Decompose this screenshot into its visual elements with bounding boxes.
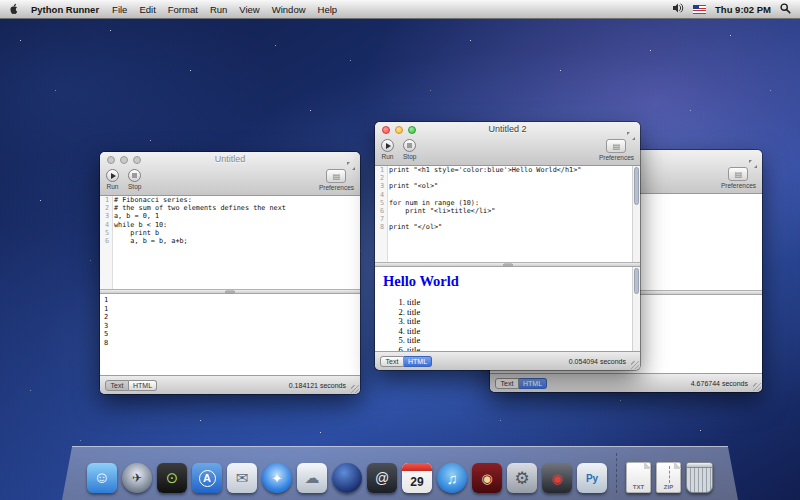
view-mode-segmented: Text HTML: [105, 380, 157, 391]
menu-window[interactable]: Window: [272, 4, 306, 15]
play-icon: [386, 143, 391, 149]
list-item: title: [407, 336, 632, 346]
list-item: title: [407, 327, 632, 337]
text-view-button[interactable]: Text: [380, 356, 404, 367]
list-item: title: [407, 317, 632, 327]
output-line: 1: [104, 305, 360, 314]
code-scrollbar[interactable]: [632, 166, 640, 262]
window-title: Untitled 2: [375, 124, 640, 134]
text-view-button[interactable]: Text: [105, 380, 129, 391]
output-scrollbar[interactable]: [632, 267, 640, 351]
window-title: Untitled: [100, 154, 360, 164]
photo-booth-icon[interactable]: ◉: [472, 463, 502, 493]
dvd-player-icon[interactable]: ◉: [542, 463, 572, 493]
finder-icon[interactable]: ☺: [87, 463, 117, 493]
view-mode-segmented: Text HTML: [495, 378, 547, 389]
menu-edit[interactable]: Edit: [139, 4, 155, 15]
output-line: 2: [104, 313, 360, 322]
menu-file[interactable]: File: [112, 4, 127, 15]
output-line: 5: [104, 330, 360, 339]
hello-world-heading: Hello World: [383, 273, 632, 290]
preferences-icon: ▤: [333, 172, 341, 181]
menu-bar-clock[interactable]: Thu 9:02 PM: [715, 4, 771, 15]
splitter-knob: [503, 263, 513, 266]
status-bar: Text HTML 4.676744 seconds: [490, 373, 762, 392]
preferences-icon: ▤: [613, 142, 621, 151]
globe-app-icon[interactable]: [332, 463, 362, 493]
toolbar: Run Stop ▤ Preferences: [100, 167, 360, 195]
safari-icon[interactable]: ✦: [262, 463, 292, 493]
trash-icon[interactable]: [686, 462, 713, 493]
stop-button[interactable]: Stop: [128, 169, 141, 190]
fullscreen-icon[interactable]: [347, 156, 355, 164]
menu-view[interactable]: View: [239, 4, 259, 15]
zip-file-icon[interactable]: ZIP: [656, 462, 681, 493]
execution-time: 0.054094 seconds: [569, 358, 635, 365]
output-pane: 1 1 2 3 5 8: [100, 294, 360, 375]
output-line: 1: [104, 296, 360, 305]
apple-menu-icon[interactable]: [9, 3, 20, 16]
dock: ☺ ✈ ⊙ A ✉ ✦ ☁ @ 29 ♫ ◉ ⚙ ◉ Py TXT ZIP: [62, 446, 738, 500]
txt-file-icon[interactable]: TXT: [626, 462, 651, 493]
spotlight-icon[interactable]: [780, 3, 791, 16]
output-line: 8: [104, 339, 360, 348]
run-button[interactable]: Run: [381, 139, 394, 160]
splitter-knob: [225, 290, 235, 293]
mail-icon[interactable]: ✉: [227, 463, 257, 493]
html-view-button[interactable]: HTML: [129, 380, 157, 391]
resize-grip[interactable]: [351, 385, 359, 393]
titlebar[interactable]: Untitled 2 Run Stop ▤ Preferences: [375, 122, 640, 166]
resize-grip[interactable]: [631, 361, 639, 369]
code-editor[interactable]: 1# Fibonacci series: 2# the sum of two e…: [100, 196, 360, 289]
app-menu-title[interactable]: Python Runner: [31, 4, 99, 15]
status-bar: Text HTML 0.054094 seconds: [375, 351, 640, 370]
html-output: Hello World title title title title titl…: [375, 267, 640, 351]
dock-separator: [616, 453, 617, 493]
fullscreen-icon[interactable]: [627, 126, 635, 134]
calendar-icon[interactable]: 29: [402, 463, 432, 493]
resize-grip[interactable]: [753, 383, 761, 391]
view-mode-segmented: Text HTML: [380, 356, 432, 367]
html-view-button[interactable]: HTML: [404, 356, 432, 367]
code-editor[interactable]: 1print "<h1 style='color:blue'>Hello Wor…: [375, 166, 640, 262]
output-pane: Hello World title title title title titl…: [375, 267, 640, 351]
scrollbar-thumb[interactable]: [634, 167, 639, 205]
list-item: title: [407, 308, 632, 318]
toolbar: Run Stop ▤ Preferences: [375, 137, 640, 165]
menu-bar: Python Runner File Edit Format Run View …: [0, 0, 800, 19]
fullscreen-icon[interactable]: [749, 154, 757, 162]
stop-icon: [132, 173, 137, 178]
stop-button[interactable]: Stop: [403, 139, 416, 160]
itunes-icon[interactable]: ♫: [437, 463, 467, 493]
python-runner-icon[interactable]: Py: [577, 463, 607, 493]
output-line: 3: [104, 322, 360, 331]
preferences-button[interactable]: ▤ Preferences: [319, 169, 354, 191]
stop-icon: [407, 143, 412, 148]
text-output: 1 1 2 3 5 8: [100, 294, 360, 348]
dashboard-icon[interactable]: ⊙: [157, 463, 187, 493]
window-untitled-2[interactable]: Untitled 2 Run Stop ▤ Preferences 1print…: [375, 122, 640, 370]
titlebar[interactable]: Untitled Run Stop ▤ Preferences: [100, 152, 360, 196]
play-icon: [111, 173, 116, 179]
run-button[interactable]: Run: [106, 169, 119, 190]
system-preferences-icon[interactable]: ⚙: [507, 463, 537, 493]
menu-format[interactable]: Format: [168, 4, 198, 15]
preferences-button[interactable]: ▤ Preferences: [599, 139, 634, 161]
preferences-icon: ▤: [735, 170, 743, 179]
ichat-icon[interactable]: ☁: [297, 463, 327, 493]
volume-icon[interactable]: [673, 3, 684, 15]
status-bar: Text HTML 0.184121 seconds: [100, 375, 360, 394]
menu-help[interactable]: Help: [318, 4, 338, 15]
app-store-icon[interactable]: A: [192, 463, 222, 493]
launchpad-icon[interactable]: ✈: [122, 463, 152, 493]
html-view-button[interactable]: HTML: [519, 378, 547, 389]
preferences-button[interactable]: ▤ Preferences: [721, 167, 756, 189]
execution-time: 4.676744 seconds: [691, 380, 757, 387]
menu-run[interactable]: Run: [210, 4, 227, 15]
list-item: title: [407, 298, 632, 308]
text-view-button[interactable]: Text: [495, 378, 519, 389]
scrollbar-thumb[interactable]: [634, 268, 639, 294]
window-untitled[interactable]: Untitled Run Stop ▤ Preferences 1# Fibon…: [100, 152, 360, 394]
contacts-icon[interactable]: @: [367, 463, 397, 493]
input-language-flag-icon[interactable]: [693, 5, 706, 14]
